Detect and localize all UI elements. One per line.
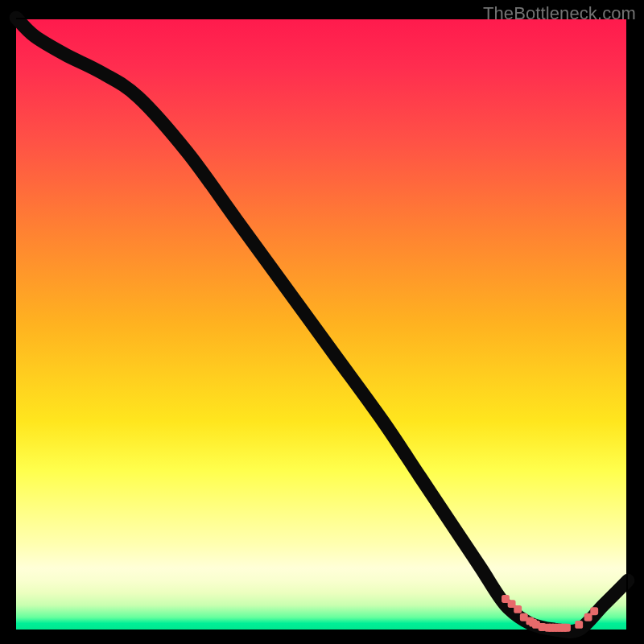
bottleneck-curve [16, 18, 628, 632]
curve-svg [16, 18, 628, 630]
valley-marker [575, 621, 583, 629]
valley-marker [563, 624, 571, 632]
chart-container: TheBottleneck.com [0, 0, 644, 644]
valley-marker [514, 605, 522, 613]
valley-marker [590, 607, 598, 615]
watermark-text: TheBottleneck.com [483, 3, 636, 24]
